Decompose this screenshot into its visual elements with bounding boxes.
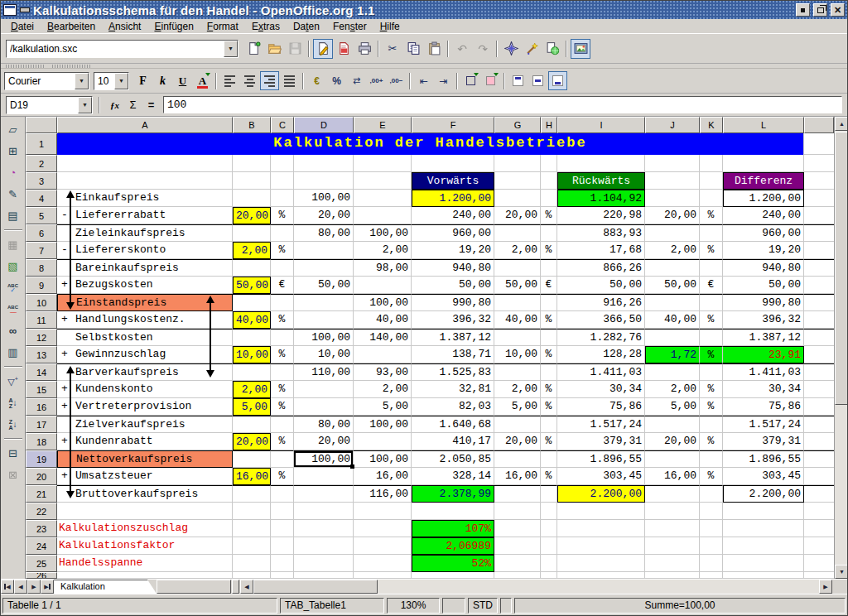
cell-C16[interactable]: % <box>271 398 294 416</box>
cell-F13[interactable]: 138,71 <box>412 346 494 363</box>
cell-A13[interactable]: +Gewinnzuschlag <box>57 346 233 363</box>
cell-B8[interactable] <box>233 259 271 277</box>
cell-K14[interactable] <box>700 363 723 381</box>
tab-scrollbar-splitter[interactable] <box>232 580 239 594</box>
cell-I26[interactable] <box>557 572 645 579</box>
align-left-button[interactable] <box>220 71 239 90</box>
cell-F20[interactable]: 328,14 <box>412 468 494 485</box>
cell-D18[interactable]: 20,00 <box>294 433 354 450</box>
cell-B12[interactable] <box>233 329 271 346</box>
column-header-F[interactable]: F <box>412 117 494 133</box>
cell-J15[interactable]: 2,00 <box>645 381 700 398</box>
row-header-16[interactable]: 16 <box>26 398 57 416</box>
cell-E16[interactable]: 5,00 <box>354 398 412 416</box>
data-sources-button[interactable]: ▥ <box>2 342 23 363</box>
cell-A4[interactable]: Einkaufspreis <box>57 190 233 207</box>
cell-J25[interactable] <box>645 555 700 572</box>
cell-C17[interactable] <box>271 416 294 433</box>
cell-E17[interactable]: 100,00 <box>354 416 412 433</box>
menu-fenster[interactable]: Fenster <box>326 20 373 33</box>
cell-F2[interactable] <box>412 155 494 172</box>
cell-I25[interactable] <box>557 555 645 572</box>
row-header-5[interactable]: 5 <box>26 207 57 224</box>
cell-E2[interactable] <box>354 155 412 172</box>
cell-D25[interactable] <box>294 555 354 572</box>
cell-G23[interactable] <box>494 520 541 537</box>
select-all-corner[interactable] <box>26 117 57 133</box>
cell-E7[interactable]: 2,00 <box>354 242 412 259</box>
align-right-button[interactable] <box>260 71 279 90</box>
row-header-4[interactable]: 4 <box>26 190 57 207</box>
cell-B10[interactable] <box>233 294 271 311</box>
cell-B20[interactable]: 16,00 <box>233 468 271 485</box>
menu-format[interactable]: Format <box>200 20 245 33</box>
column-header-D[interactable]: D <box>294 117 354 133</box>
cell-B4[interactable] <box>233 190 271 207</box>
cell-I22[interactable] <box>557 503 645 520</box>
cell-L10[interactable]: 990,80 <box>723 294 804 311</box>
cell-A19[interactable]: Nettoverkaufspreis <box>57 450 233 468</box>
cell-L15[interactable]: 30,34 <box>723 381 804 398</box>
sheet-tab-kalkulation[interactable]: Kalkulation <box>54 580 157 594</box>
cell-D24[interactable] <box>294 537 354 555</box>
cell-D19[interactable]: 100,00 <box>294 450 354 468</box>
cell-E11[interactable]: 40,00 <box>354 311 412 329</box>
valign-bottom-button[interactable] <box>548 71 567 90</box>
cell-I15[interactable]: 30,34 <box>557 381 645 398</box>
menu-daten[interactable]: Daten <box>287 20 326 33</box>
cell-G20[interactable]: 16,00 <box>494 468 541 485</box>
cell-J12[interactable] <box>645 329 700 346</box>
menu-ansicht[interactable]: Ansicht <box>102 20 147 33</box>
cell-K21[interactable] <box>700 485 723 503</box>
draw-functions-button[interactable]: ✎ <box>2 184 23 205</box>
previous-sheet-button[interactable]: ◀ <box>14 580 27 594</box>
cell-H16[interactable]: % <box>541 398 557 416</box>
cell-K9[interactable]: € <box>700 277 723 294</box>
row-header-23[interactable]: 23 <box>26 520 57 537</box>
cell-I3[interactable]: Rückwärts <box>557 172 645 190</box>
cell-L5[interactable]: 240,00 <box>723 207 804 224</box>
cell-L17[interactable]: 1.517,24 <box>723 416 804 433</box>
row-header-12[interactable]: 12 <box>26 329 57 346</box>
cell-F5[interactable]: 240,00 <box>412 207 494 224</box>
cell-A9[interactable]: +Bezugskosten <box>57 277 233 294</box>
cell-E4[interactable] <box>354 190 412 207</box>
column-header-J[interactable]: J <box>645 117 700 133</box>
menu-einfugen[interactable]: Einfügen <box>147 20 200 33</box>
toolbar-handle[interactable] <box>52 65 90 68</box>
paste-button[interactable] <box>424 39 444 59</box>
cell-H8[interactable] <box>541 259 557 277</box>
open-document-button[interactable] <box>264 39 284 59</box>
horizontal-scrollbar[interactable]: ◀ ▶ <box>240 580 832 594</box>
cell-B14[interactable] <box>233 363 271 381</box>
cell-G22[interactable] <box>494 503 541 520</box>
formula-input[interactable] <box>163 96 842 113</box>
cell-A15[interactable]: +Kundenskonto <box>57 381 233 398</box>
cell-C11[interactable]: % <box>271 311 294 329</box>
cell-A2[interactable] <box>57 155 233 172</box>
column-header-K[interactable]: K <box>700 117 723 133</box>
cell-H20[interactable]: % <box>541 468 557 485</box>
cell-I8[interactable]: 866,26 <box>557 259 645 277</box>
cell-K10[interactable] <box>700 294 723 311</box>
cell-G12[interactable] <box>494 329 541 346</box>
cell-J16[interactable]: 5,00 <box>645 398 700 416</box>
cell-H21[interactable] <box>541 485 557 503</box>
cell-D11[interactable] <box>294 311 354 329</box>
standard-format-button[interactable]: ⇄ <box>347 71 366 90</box>
cell-H19[interactable] <box>541 450 557 468</box>
cell-E8[interactable]: 98,00 <box>354 259 412 277</box>
decrease-indent-button[interactable]: ⇤ <box>414 71 433 90</box>
cell-G4[interactable] <box>494 190 541 207</box>
cell-J13[interactable]: 1,72 <box>645 346 700 363</box>
cell-E14[interactable]: 93,00 <box>354 363 412 381</box>
scroll-left-button[interactable]: ◀ <box>240 580 253 594</box>
cell-L19[interactable]: 1.896,55 <box>723 450 804 468</box>
underline-button[interactable]: U <box>173 71 192 90</box>
cell-B22[interactable] <box>233 503 271 520</box>
cell-F8[interactable]: 940,80 <box>412 259 494 277</box>
cell-J7[interactable]: 2,00 <box>645 242 700 259</box>
sum-button[interactable]: Σ <box>124 96 142 113</box>
cell-B15[interactable]: 2,00 <box>233 381 271 398</box>
cell-H11[interactable]: % <box>541 311 557 329</box>
